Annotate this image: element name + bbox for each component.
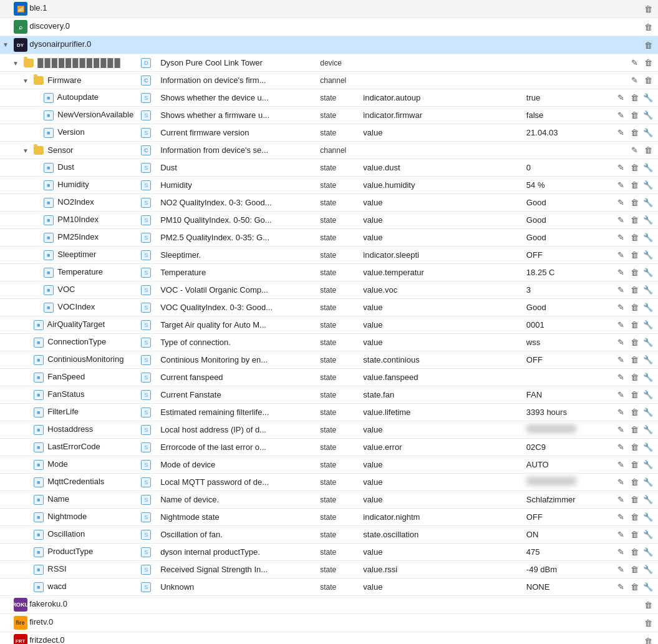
edit-button[interactable]: ✎ — [614, 371, 627, 384]
table-row[interactable]: ■ Temperature STemperaturestatevalue.tem… — [0, 264, 658, 281]
table-row[interactable]: ■ VOC SVOC - Volatil Organic Comp...stat… — [0, 281, 658, 299]
delete-button[interactable]: 🗑 — [628, 92, 641, 104]
wrench-button[interactable]: 🔧 — [642, 284, 654, 296]
edit-button[interactable]: ✎ — [614, 529, 627, 541]
edit-button[interactable]: ✎ — [614, 232, 627, 244]
table-row[interactable]: ■ Oscillation SOscillation of fan.states… — [0, 526, 658, 544]
wrench-button[interactable]: 🔧 — [642, 232, 654, 244]
table-row[interactable]: ■ Hostaddress SLocal host address (IP) o… — [0, 421, 658, 439]
expand-arrow[interactable]: ▼ — [22, 147, 30, 154]
delete-button[interactable]: 🗑 — [628, 301, 641, 314]
delete-button[interactable]: 🗑 — [642, 617, 654, 629]
table-row[interactable]: fire firetv.0 🗑 — [0, 614, 658, 632]
wrench-button[interactable]: 🔧 — [642, 249, 654, 261]
table-row[interactable]: ■ Humidity SHumiditystatevalue.humidity5… — [0, 177, 658, 194]
wrench-button[interactable]: 🔧 — [642, 301, 654, 314]
table-row[interactable]: ■ Nightmode SNightmode statestateindicat… — [0, 509, 658, 526]
wrench-button[interactable]: 🔧 — [642, 319, 654, 331]
delete-button[interactable]: 🗑 — [628, 336, 641, 349]
wrench-button[interactable]: 🔧 — [642, 179, 654, 192]
edit-button[interactable]: ✎ — [614, 476, 627, 489]
wrench-button[interactable]: 🔧 — [642, 406, 654, 419]
delete-button[interactable]: 🗑 — [628, 266, 641, 279]
table-row[interactable]: ROKU fakeroku.0 🗑 — [0, 596, 658, 614]
delete-button[interactable]: 🗑 — [642, 635, 654, 644]
delete-button[interactable]: 🗑 — [628, 162, 641, 174]
table-row[interactable]: ■ AirQualityTarget STarget Air quality f… — [0, 316, 658, 334]
table-row[interactable]: ⌕ discovery.0 🗑 — [0, 18, 658, 36]
wrench-button[interactable]: 🔧 — [642, 459, 654, 471]
table-row[interactable]: ■ Sleeptimer SSleeptimer.stateindicator.… — [0, 246, 658, 264]
wrench-button[interactable]: 🔧 — [642, 371, 654, 384]
table-row[interactable]: ▼ ████████████ DDyson Pure Cool Link Tow… — [0, 54, 658, 72]
table-row[interactable]: ■ NO2Index SNO2 QualityIndex. 0-3: Good.… — [0, 194, 658, 212]
wrench-button[interactable]: 🔧 — [642, 109, 654, 122]
wrench-button[interactable]: 🔧 — [642, 581, 654, 593]
wrench-button[interactable]: 🔧 — [642, 197, 654, 209]
table-row[interactable]: ■ ConnectionType SType of connection.sta… — [0, 334, 658, 351]
edit-button[interactable]: ✎ — [614, 564, 627, 576]
delete-button[interactable]: 🗑 — [628, 354, 641, 366]
delete-button[interactable]: 🗑 — [642, 21, 654, 33]
edit-button[interactable]: ✎ — [614, 214, 627, 227]
delete-button[interactable]: 🗑 — [628, 197, 641, 209]
table-row[interactable]: ▼ Firmware CInformation on device's firm… — [0, 72, 658, 89]
edit-button[interactable]: ✎ — [614, 546, 627, 559]
wrench-button[interactable]: 🔧 — [642, 564, 654, 576]
delete-button[interactable]: 🗑 — [628, 389, 641, 401]
delete-button[interactable]: 🗑 — [628, 546, 641, 559]
table-row[interactable]: ■ wacd SUnknownstatevalueNONE✎🗑🔧 — [0, 578, 658, 596]
edit-button[interactable]: ✎ — [614, 354, 627, 366]
delete-button[interactable]: 🗑 — [628, 371, 641, 384]
delete-button[interactable]: 🗑 — [628, 214, 641, 227]
table-row[interactable]: ■ VOCIndex SVOC QualityIndex. 0-3: Good.… — [0, 299, 658, 316]
table-row[interactable]: ■ ProductType Sdyson internal productTyp… — [0, 544, 658, 561]
edit-button[interactable]: ✎ — [614, 441, 627, 454]
edit-button[interactable]: ✎ — [614, 511, 627, 524]
edit-button[interactable]: ✎ — [614, 284, 627, 296]
wrench-button[interactable]: 🔧 — [642, 214, 654, 227]
delete-button[interactable]: 🗑 — [628, 109, 641, 122]
table-row[interactable]: ■ Name SName of device.statevalueSchlafz… — [0, 491, 658, 509]
edit-button[interactable]: ✎ — [614, 389, 627, 401]
delete-button[interactable]: 🗑 — [628, 232, 641, 244]
edit-button[interactable]: ✎ — [614, 162, 627, 174]
wrench-button[interactable]: 🔧 — [642, 546, 654, 559]
table-row[interactable]: ■ NewVersionAvailable SShows whether a f… — [0, 107, 658, 124]
wrench-button[interactable]: 🔧 — [642, 529, 654, 541]
delete-button[interactable]: 🗑 — [628, 127, 641, 139]
table-row[interactable]: ■ FanStatus SCurrent Fanstatestatestate.… — [0, 386, 658, 404]
table-row[interactable]: ■ Version SCurrent firmware versionstate… — [0, 124, 658, 142]
edit-button[interactable]: ✎ — [614, 92, 627, 104]
table-row[interactable]: ■ PM25Index SPM2.5 QualityIndex. 0-35: G… — [0, 229, 658, 246]
wrench-button[interactable]: 🔧 — [642, 424, 654, 436]
edit-button[interactable]: ✎ — [628, 144, 641, 157]
table-row[interactable]: ■ FilterLife SEstimated remaining filter… — [0, 404, 658, 421]
wrench-button[interactable]: 🔧 — [642, 162, 654, 174]
table-row[interactable]: ■ PM10Index SPM10 QualityIndex. 0-50: Go… — [0, 212, 658, 229]
table-row[interactable]: ■ Dust SDuststatevalue.dust0✎🗑🔧 — [0, 159, 658, 177]
edit-button[interactable]: ✎ — [614, 319, 627, 331]
delete-button[interactable]: 🗑 — [628, 476, 641, 489]
table-row[interactable]: ▼ DY dysonairpurifier.0 🗑 — [0, 36, 658, 54]
wrench-button[interactable]: 🔧 — [642, 494, 654, 506]
edit-button[interactable]: ✎ — [614, 581, 627, 593]
wrench-button[interactable]: 🔧 — [642, 389, 654, 401]
delete-button[interactable]: 🗑 — [628, 441, 641, 454]
wrench-button[interactable]: 🔧 — [642, 441, 654, 454]
delete-button[interactable]: 🗑 — [642, 144, 654, 157]
edit-button[interactable]: ✎ — [614, 336, 627, 349]
table-row[interactable]: ■ FanSpeed SCurrent fanspeedstatevalue.f… — [0, 369, 658, 386]
delete-button[interactable]: 🗑 — [628, 319, 641, 331]
table-row[interactable]: ■ Mode SMode of devicestatevalueAUTO✎🗑🔧 — [0, 456, 658, 474]
table-row[interactable]: ■ LastErrorCode SErrorcode of the last e… — [0, 439, 658, 456]
edit-button[interactable]: ✎ — [614, 406, 627, 419]
delete-button[interactable]: 🗑 — [628, 581, 641, 593]
delete-button[interactable]: 🗑 — [628, 284, 641, 296]
edit-button[interactable]: ✎ — [628, 74, 641, 87]
table-row[interactable]: ■ MqttCredentials SLocal MQTT password o… — [0, 474, 658, 491]
delete-button[interactable]: 🗑 — [628, 249, 641, 261]
table-row[interactable]: ■ RSSI SReceived Signal Strength In...st… — [0, 561, 658, 578]
wrench-button[interactable]: 🔧 — [642, 92, 654, 104]
delete-button[interactable]: 🗑 — [628, 564, 641, 576]
